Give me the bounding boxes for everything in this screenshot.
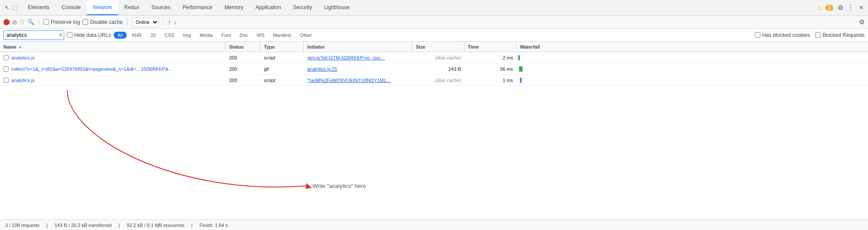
filter-chip-other[interactable]: Other (296, 32, 316, 39)
cell-initiator-0[interactable]: gtm.js?id=GTM-5D6RKKP>m_coo… (304, 55, 412, 60)
disable-cache-checkbox[interactable] (82, 19, 88, 25)
content-area: Name ▲ Status Type Initiator Size Time W… (0, 42, 868, 230)
network-settings-button[interactable]: ⚙ (859, 18, 865, 26)
has-blocked-cookies-checkbox[interactable] (755, 32, 760, 38)
col-time: Time (464, 42, 516, 52)
disable-cache-text: Disable cache (90, 19, 122, 25)
tab-sources[interactable]: Sources (145, 0, 177, 15)
preserve-log-text: Preserve log (51, 19, 80, 25)
table-row[interactable]: collect?v=1&_v=j82&a=526976892&t=pagevie… (0, 63, 868, 75)
record-button[interactable] (3, 19, 10, 25)
initiator-link-2[interactable]: *(anM%2FaWQ9VUEtNTU0NDY1Mz… (307, 78, 391, 83)
row-checkbox-2[interactable] (3, 78, 9, 83)
col-type: Type (260, 42, 304, 52)
tabs-list: ElementsConsoleNetworkReduxSourcesPerfor… (22, 0, 817, 15)
row-checkbox-1[interactable] (3, 66, 9, 72)
settings-icon[interactable]: ⚙ (837, 4, 844, 11)
disable-cache-label[interactable]: Disable cache (82, 19, 122, 25)
waterfall-bar-2 (520, 78, 522, 83)
file-name-2[interactable]: analytics.js (11, 78, 35, 83)
dock-icon[interactable]: ⬚ (11, 4, 18, 11)
filter-chip-ws[interactable]: WS (253, 32, 269, 39)
tab-console[interactable]: Console (56, 0, 87, 15)
filter-button[interactable]: ▽ (20, 19, 25, 26)
search-clear-button[interactable]: ✕ (58, 32, 63, 38)
row-checkbox-0[interactable] (3, 55, 9, 60)
cell-status-2: 200 (226, 78, 260, 83)
tab-network[interactable]: Network (87, 0, 118, 15)
tab-security[interactable]: Security (287, 0, 318, 15)
cell-name-2: analytics.js (0, 78, 226, 83)
tab-lighthouse[interactable]: Lighthouse (318, 0, 356, 15)
filter-chip-doc[interactable]: Doc (236, 32, 252, 39)
cell-time-1: 36 ms (464, 66, 516, 72)
cell-type-1: gif (260, 66, 304, 72)
hide-data-urls-checkbox[interactable] (67, 32, 72, 38)
preserve-log-label[interactable]: Preserve log (43, 19, 80, 25)
filter-chip-font[interactable]: Font (217, 32, 235, 39)
table-row[interactable]: analytics.js200scriptgtm.js?id=GTM-5D6RK… (0, 52, 868, 63)
close-icon[interactable]: ✕ (858, 4, 865, 11)
filter-row: ✕ Hide data URLs AllXHRJSCSSImgMediaFont… (0, 29, 868, 42)
search-button[interactable]: 🔍 (27, 19, 34, 25)
tab-performance[interactable]: Performance (177, 0, 219, 15)
warning-icon: ⚠ (817, 4, 822, 11)
tab-redux[interactable]: Redux (118, 0, 145, 15)
cell-size-2: (disk cache) (412, 78, 464, 83)
filter-chip-js[interactable]: JS (146, 32, 160, 39)
preserve-log-checkbox[interactable] (43, 19, 49, 25)
requests-count: 3 / 108 requests (5, 223, 39, 228)
devtools-window: ↖ ⬚ ElementsConsoleNetworkReduxSourcesPe… (0, 0, 868, 230)
import-button[interactable]: ↑ (168, 19, 171, 26)
clear-button[interactable]: ⊘ (12, 19, 17, 26)
filter-chip-all[interactable]: All (114, 32, 127, 39)
search-input[interactable] (3, 30, 64, 40)
cell-type-2: script (260, 78, 304, 83)
tab-memory[interactable]: Memory (219, 0, 250, 15)
devtools-icons: ↖ ⬚ (3, 4, 18, 11)
cell-name-0: analytics.js (0, 55, 226, 60)
size-value-0: (disk cache) (435, 55, 461, 60)
col-name: Name ▲ (0, 42, 226, 52)
col-size: Size (412, 42, 464, 52)
export-button[interactable]: ↓ (174, 19, 177, 26)
waterfall-bar-1 (519, 66, 523, 72)
status-bar: 3 / 108 requests | 143 B / 20.2 kB trans… (0, 220, 868, 230)
has-blocked-cookies-label[interactable]: Has blocked cookies (755, 32, 810, 38)
file-name-1[interactable]: collect?v=1&_v=j82&a=526976892&t=pagevie… (11, 66, 173, 72)
cell-size-1: 143 B (412, 66, 464, 72)
initiator-link-1[interactable]: analytics.js:25 (307, 66, 337, 72)
divider2 (127, 18, 128, 26)
warning-count[interactable]: 2 (825, 5, 833, 11)
hide-data-urls-label[interactable]: Hide data URLs (67, 32, 111, 38)
table-row[interactable]: analytics.js200script*(anM%2FaWQ9VUEtNTU… (0, 75, 868, 86)
transferred-size: 143 B / 20.2 kB transferred (55, 223, 112, 228)
throttle-select[interactable]: Online (132, 17, 159, 27)
filter-chip-img[interactable]: Img (179, 32, 195, 39)
filter-chip-manifest[interactable]: Manifest (269, 32, 295, 39)
initiator-link-0[interactable]: gtm.js?id=GTM-5D6RKKP>m_coo… (307, 55, 385, 60)
finish-time: Finish: 1.64 s (200, 223, 228, 228)
resources-size: 92.2 kB / 8.1 MB resources (127, 223, 184, 228)
cell-initiator-2[interactable]: *(anM%2FaWQ9VUEtNTU0NDY1Mz… (304, 78, 412, 83)
toolbar: ⊘ ▽ 🔍 Preserve log Disable cache Online … (0, 16, 868, 29)
tab-application[interactable]: Application (250, 0, 287, 15)
file-name-0[interactable]: analytics.js (11, 55, 35, 60)
more-options-icon[interactable]: ⋮ (847, 4, 854, 11)
annotation-text: Write "analytics" here (312, 183, 366, 189)
cell-waterfall-2 (516, 75, 868, 85)
filter-chip-media[interactable]: Media (196, 32, 217, 39)
cell-initiator-1[interactable]: analytics.js:25 (304, 66, 412, 72)
filter-chip-xhr[interactable]: XHR (128, 32, 145, 39)
table-header: Name ▲ Status Type Initiator Size Time W… (0, 42, 868, 52)
cursor-icon[interactable]: ↖ (3, 4, 10, 11)
blocked-requests-checkbox[interactable] (815, 32, 821, 38)
tab-bar: ↖ ⬚ ElementsConsoleNetworkReduxSourcesPe… (0, 0, 868, 16)
divider (39, 18, 39, 26)
separator3: | (191, 223, 193, 228)
col-initiator: Initiator (304, 42, 412, 52)
tab-elements[interactable]: Elements (22, 0, 56, 15)
cell-time-2: 1 ms (464, 78, 516, 83)
filter-chip-css[interactable]: CSS (161, 32, 178, 39)
blocked-requests-label[interactable]: Blocked Requests (815, 32, 865, 38)
